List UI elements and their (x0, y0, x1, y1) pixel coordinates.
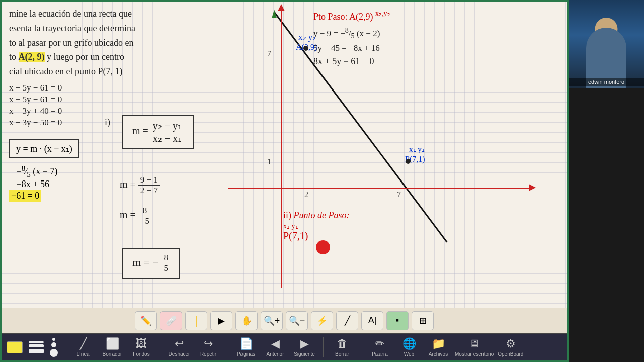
point-a-dot (303, 46, 308, 51)
right-equations: Pto Paso: A(2,9) x₂,y₂ y − 9 = −8/5 (x −… (313, 12, 390, 70)
grid-tool[interactable]: ⊞ (412, 311, 434, 330)
tool-paginas[interactable]: 📄 Páginas (233, 337, 259, 357)
point-a-coords: 2,9 (359, 12, 370, 22)
dot-small[interactable] (52, 338, 55, 341)
hand-tool[interactable]: ✋ (235, 311, 258, 330)
tool-linea[interactable]: ╱ Línea (70, 337, 96, 357)
eraser-tool[interactable]: 🩹 (160, 311, 182, 330)
calc-row-2: m = 8 −5 (120, 206, 160, 226)
repetir-icon: ↪ (204, 337, 213, 350)
calc-frac-1: 9 − 1 2 − 7 (138, 175, 160, 196)
tool-borrar[interactable]: 🗑 Borrar (330, 337, 355, 357)
drawing-toolbar: ✏️ 🩹 | ▶ ✋ 🔍+ 🔍− ⚡ ╱ A| ▪ ⊞ (2, 308, 567, 333)
tool-mostrar-escritorio[interactable]: 🖥 Mostrar escritorio (455, 337, 494, 357)
axis-label-1: 1 (267, 157, 271, 166)
axis-label-9: 7 (267, 49, 271, 58)
result-den: 5 (162, 263, 170, 274)
select-tool[interactable]: ▶ (210, 311, 232, 330)
separator-4 (323, 337, 324, 357)
laser-tool[interactable]: ⚡ (311, 311, 333, 330)
problem-line1: mine la ecuación de una recta que (9, 9, 132, 19)
fondos-label: Fondos (133, 351, 149, 357)
section-ii-coords: x₁ y₁ (283, 222, 349, 230)
siguiente-icon: ▶ (300, 337, 309, 350)
right-title: Pto Paso: A(2,9) x₂,y₂ (313, 12, 390, 22)
dot-size-options (50, 338, 58, 357)
superscript-coords: x₂,y₂ (375, 10, 390, 17)
line-thick[interactable] (29, 349, 44, 353)
tool-siguiente[interactable]: ▶ Siguiente (292, 337, 317, 357)
right-eq3: 8x + 5y − 61 = 0 (313, 56, 390, 67)
whiteboard-area: 7 1 2 7 mine la ecuación de una recta qu… (0, 0, 569, 362)
problem-line3: to al pasar por un grifo ubicado en (9, 38, 133, 48)
pen-tool[interactable]: ✏️ (135, 311, 157, 330)
paginas-label: Páginas (237, 351, 255, 357)
tool-borrador[interactable]: ⬜ Borrador (100, 337, 125, 357)
web-icon: 🌐 (403, 337, 416, 350)
right-eq2: 5y − 45 = −8x + 16 (313, 43, 390, 53)
line-tool[interactable]: ╱ (336, 311, 358, 330)
eq3: x − 3y + 40 = 0 (9, 106, 62, 116)
pizarra-icon: ✏ (375, 337, 384, 350)
eq4: x − 3y − 50 = 0 (9, 118, 62, 127)
fill-tool[interactable]: ▪ (386, 311, 409, 330)
result-frac: 8 5 (162, 253, 170, 274)
graph-point-p-coords: x₁ y₁ (409, 145, 425, 154)
whiteboard-content[interactable]: 7 1 2 7 mine la ecuación de una recta qu… (2, 2, 567, 308)
y-axis (281, 7, 282, 288)
partial-calc: = −8⁄5 (x − 7) = −8x + 56 −61 = 0 (9, 164, 215, 202)
text-tool[interactable]: A| (361, 311, 383, 330)
tool-archivos[interactable]: 📁 Archivos (426, 337, 451, 357)
tool-deshacer[interactable]: ↩ Deshacer (167, 337, 192, 357)
tool-openboard[interactable]: ⚙ OpenBoard (498, 337, 523, 357)
slope-fraction-den: x₂ − x₁ (151, 132, 184, 144)
linea-label: Línea (76, 351, 89, 357)
mostrar-escritorio-icon: 🖥 (469, 337, 480, 350)
graph-point-a-coords: x₂ y₂ (298, 32, 316, 42)
calc-frac-2: 8 −5 (138, 206, 151, 226)
result-num: 8 (162, 253, 170, 263)
tool-repetir[interactable]: ↪ Repetir (196, 337, 221, 357)
section-ii-label: ii) Punto de Paso: (283, 210, 349, 221)
separator-3 (227, 337, 227, 357)
calc-num-1: 9 − 1 (138, 175, 160, 186)
anterior-icon: ◀ (271, 337, 280, 350)
calc-num-2: 8 (141, 206, 149, 216)
calc-area: m = 9 − 1 2 − 7 m = 8 −5 (120, 172, 160, 229)
pcalc3: −61 = 0 (9, 190, 41, 202)
tool-fondos[interactable]: 🖼 Fondos (129, 337, 154, 357)
paginas-icon: 📄 (239, 337, 253, 350)
webcam-person: edwin montero (569, 0, 644, 88)
section-ii-point: P(7,1) (283, 230, 349, 242)
webcam-panel: edwin montero (569, 0, 644, 362)
webcam-username: edwin montero (569, 78, 644, 86)
slope-fraction: y₂ − y₁ x₂ − x₁ (151, 120, 184, 144)
color-yellow[interactable] (7, 341, 23, 353)
right-eq1: y − 9 = −8/5 (x − 2) (313, 26, 390, 40)
tool-web[interactable]: 🌐 Web (396, 337, 422, 357)
point-slope-box: y = m · (x − x₁) (9, 139, 79, 158)
highlighter-tool[interactable]: | (185, 311, 207, 330)
deshacer-icon: ↩ (175, 337, 184, 350)
point-a-highlight: A(2, 9) (19, 52, 45, 62)
line-thin[interactable] (29, 341, 44, 343)
zoom-out-tool[interactable]: 🔍− (286, 311, 308, 330)
eq2: x − 5y − 61 = 0 (9, 95, 62, 104)
borrador-label: Borrador (103, 351, 122, 357)
bottom-bar: ╱ Línea ⬜ Borrador 🖼 Fondos ↩ Deshacer ↪… (2, 333, 567, 360)
separator-5 (361, 337, 361, 357)
dot-medium[interactable] (51, 342, 56, 347)
zoom-in-tool[interactable]: 🔍+ (261, 311, 283, 330)
label-i: i) (105, 117, 110, 128)
archivos-icon: 📁 (432, 337, 445, 350)
x-axis-arrow (529, 184, 536, 191)
problem-line5: cial ubicado en el punto P(7, 1) (9, 66, 122, 76)
line-medium[interactable] (29, 344, 44, 347)
main-container: 7 1 2 7 mine la ecuación de una recta qu… (0, 0, 644, 362)
tool-anterior[interactable]: ◀ Anterior (263, 337, 288, 357)
mostrar-escritorio-label: Mostrar escritorio (455, 351, 494, 357)
deshacer-label: Deshacer (169, 351, 190, 357)
borrar-icon: 🗑 (337, 337, 348, 350)
dot-large[interactable] (50, 349, 58, 357)
tool-pizarra[interactable]: ✏ Pizarra (367, 337, 392, 357)
